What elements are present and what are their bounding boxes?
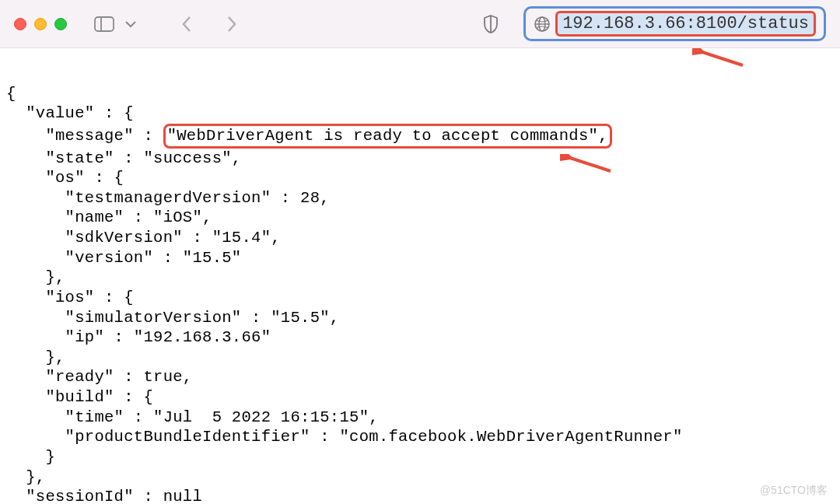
- json-line: "message" : "WebDriverAgent is ready to …: [6, 127, 612, 145]
- json-line: "time" : "Jul 5 2022 16:15:15",: [6, 408, 379, 426]
- json-line: }: [6, 448, 55, 466]
- json-line: "build" : {: [6, 388, 153, 406]
- watermark: @51CTO博客: [760, 484, 828, 498]
- json-line: },: [6, 468, 45, 486]
- url-text[interactable]: 192.168.3.66:8100/status: [555, 11, 816, 37]
- json-line: "productBundleIdentifier" : "com.faceboo…: [6, 428, 683, 446]
- svg-rect-0: [95, 17, 114, 31]
- maximize-window-button[interactable]: [54, 18, 67, 30]
- json-line: },: [6, 348, 65, 366]
- sidebar-toggle-button[interactable]: [94, 16, 114, 32]
- nav-back-button[interactable]: [175, 12, 198, 36]
- globe-icon: [534, 16, 551, 33]
- nav-forward-button[interactable]: [220, 12, 243, 36]
- json-line: {: [6, 85, 16, 103]
- json-line: "name" : "iOS",: [6, 208, 212, 226]
- highlight-message: "WebDriverAgent is ready to accept comma…: [163, 124, 612, 149]
- json-line: "value" : {: [6, 104, 134, 122]
- privacy-shield-icon[interactable]: [483, 15, 499, 33]
- close-window-button[interactable]: [14, 18, 26, 30]
- json-line: "sessionId" : null: [6, 488, 202, 504]
- browser-toolbar: 192.168.3.66:8100/status: [0, 0, 840, 48]
- json-line: "os" : {: [6, 169, 124, 187]
- json-line: },: [6, 268, 65, 286]
- tab-dropdown-button[interactable]: [125, 20, 136, 28]
- url-bar[interactable]: 192.168.3.66:8100/status: [523, 6, 826, 41]
- json-line: "ios" : {: [6, 289, 134, 306]
- json-line: "ip" : "192.168.3.66": [6, 328, 271, 346]
- window-controls: [14, 18, 67, 30]
- json-line: "state" : "success",: [6, 149, 241, 167]
- json-line: "sdkVersion" : "15.4",: [6, 229, 281, 247]
- response-body: { "value" : { "message" : "WebDriverAgen…: [0, 48, 840, 504]
- json-line: "ready" : true,: [6, 368, 192, 386]
- json-line: "version" : "15.5": [6, 249, 241, 267]
- minimize-window-button[interactable]: [34, 18, 47, 30]
- json-line: "simulatorVersion" : "15.5",: [6, 309, 339, 327]
- json-line: "testmanagerdVersion" : 28,: [6, 189, 330, 207]
